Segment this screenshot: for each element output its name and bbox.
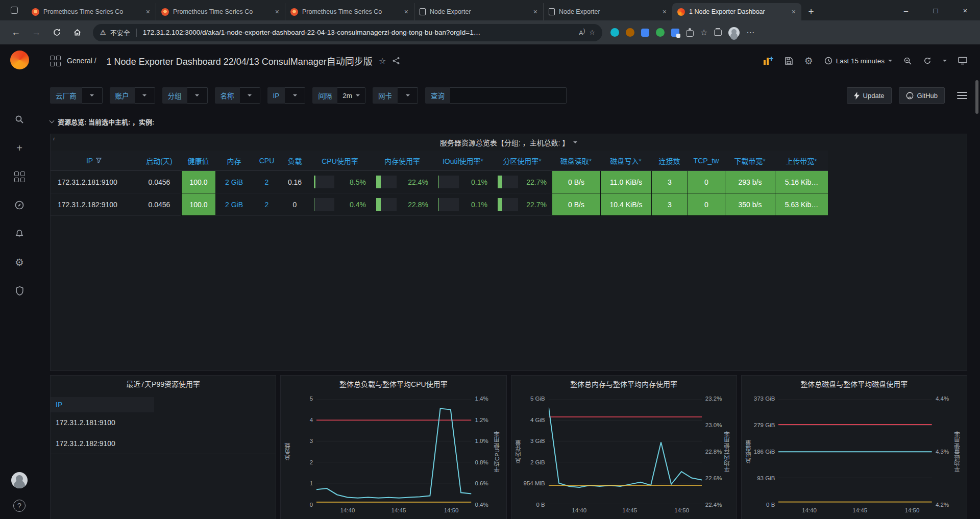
new-tab-button[interactable]: + <box>803 4 819 19</box>
browser-tab[interactable]: Prometheus Time Series Co× <box>285 3 414 20</box>
column-header[interactable]: 负载 <box>281 151 309 170</box>
browser-tab[interactable]: Prometheus Time Series Co× <box>156 3 285 20</box>
tab-close-icon[interactable]: × <box>532 8 539 16</box>
refresh-dashboard-icon[interactable] <box>923 57 932 65</box>
collections-icon[interactable] <box>714 30 722 36</box>
chart-plot[interactable]: 14:4014:4514:50 <box>778 399 932 504</box>
column-header[interactable]: 健康值 <box>181 151 215 170</box>
browser-menu-icon[interactable]: ⋯ <box>746 28 754 37</box>
tab-close-icon[interactable]: × <box>403 8 410 16</box>
column-header[interactable]: 连接数 <box>651 151 688 170</box>
variable-picker[interactable] <box>240 87 260 104</box>
dashboard-settings-icon[interactable]: ⚙ <box>804 55 813 67</box>
apps-grid-icon[interactable] <box>50 56 61 66</box>
variable-picker[interactable] <box>285 87 305 104</box>
share-icon[interactable] <box>392 57 400 65</box>
dashboards-icon[interactable] <box>14 171 25 182</box>
tab-close-icon[interactable]: × <box>144 8 152 16</box>
bar-gauge-value: 22.8% <box>401 201 428 209</box>
extension-icon-bronze[interactable] <box>626 28 634 37</box>
variable-picker[interactable] <box>398 87 418 104</box>
column-header[interactable]: TCP_tw <box>688 151 725 170</box>
cell-cpu[interactable]: 2 <box>253 171 281 193</box>
add-panel-icon[interactable] <box>763 56 773 65</box>
panel-menu-icon[interactable] <box>957 92 967 99</box>
tab-close-icon[interactable]: × <box>790 8 797 16</box>
column-header[interactable]: 磁盘写入* <box>600 151 651 170</box>
time-range-picker[interactable]: Last 15 minutes <box>824 57 892 65</box>
row-toggle-overview[interactable]: 资源总览: 当前选中主机: ，实例: <box>50 117 967 127</box>
profile-avatar[interactable] <box>728 27 740 38</box>
column-header[interactable]: 内存 <box>215 151 253 170</box>
alerting-bell-icon[interactable] <box>14 228 25 239</box>
column-header[interactable]: 下载带宽* <box>725 151 775 170</box>
column-header[interactable]: 内存使用率 <box>371 151 433 170</box>
settings-gear-icon[interactable]: ⚙ <box>14 257 25 268</box>
favorites-icon[interactable]: ☆ <box>700 28 707 37</box>
refresh-button[interactable] <box>48 24 65 41</box>
panel-info-icon[interactable]: i <box>53 135 55 141</box>
scrollbar-thumb[interactable] <box>975 80 978 114</box>
forward-button[interactable]: → <box>28 24 45 41</box>
column-header[interactable]: IP <box>51 151 137 170</box>
minimize-button[interactable]: – <box>891 0 921 20</box>
maximize-button[interactable]: □ <box>921 0 950 20</box>
browser-tab[interactable]: Prometheus Time Series Co× <box>27 3 156 20</box>
help-icon[interactable]: ? <box>13 500 26 512</box>
close-button[interactable]: × <box>950 0 980 20</box>
admin-shield-icon[interactable] <box>14 285 25 296</box>
column-header[interactable]: 磁盘读取* <box>552 151 600 170</box>
search-icon[interactable] <box>14 114 25 125</box>
tab-close-icon[interactable]: × <box>274 8 281 16</box>
variable-picker[interactable] <box>82 87 103 104</box>
extension-icon-green[interactable] <box>656 28 665 37</box>
github-button[interactable]: GitHub <box>899 87 945 104</box>
chart-plot[interactable]: 14:4014:4514:50 <box>316 399 471 504</box>
cell-mem[interactable]: 2 GiB <box>215 193 253 216</box>
browser-tab[interactable]: Node Exporter× <box>543 3 672 20</box>
breadcrumb[interactable]: General / <box>67 57 96 65</box>
cell-cpu_use: 0.4% <box>309 193 371 216</box>
query-input[interactable] <box>450 87 567 104</box>
extensions-puzzle-icon[interactable] <box>686 30 694 37</box>
star-icon[interactable]: ☆ <box>379 56 386 66</box>
zoom-out-icon[interactable] <box>903 57 912 65</box>
update-button[interactable]: Update <box>847 87 892 104</box>
variable-picker[interactable] <box>135 87 155 104</box>
tab-actions-icon[interactable] <box>4 2 24 18</box>
extension-icon-blue-square[interactable] <box>641 29 649 37</box>
column-header[interactable]: 启动(天) <box>137 151 181 170</box>
column-header[interactable]: IOutil使用率* <box>433 151 493 170</box>
cell-cpu[interactable]: 2 <box>253 193 281 216</box>
tab-close-icon[interactable]: × <box>661 8 668 16</box>
column-header[interactable]: 分区使用率* <box>493 151 552 170</box>
browser-tab[interactable]: Node Exporter× <box>414 3 543 20</box>
column-header[interactable]: 上传带宽* <box>775 151 828 170</box>
variable-picker[interactable] <box>187 87 208 104</box>
read-aloud-icon[interactable]: A) <box>579 28 585 37</box>
p99-row[interactable]: 172.31.2.182:9100 <box>51 433 276 454</box>
extension-icon-globe[interactable] <box>610 28 619 37</box>
panel-title-bar[interactable]: 服务器资源总览表【分组: ，主机总数: 】 <box>51 134 967 151</box>
back-button[interactable]: ← <box>7 24 24 41</box>
column-header[interactable]: CPU使用率 <box>309 151 371 170</box>
browser-tab[interactable]: 1 Node Exporter Dashboar× <box>672 3 801 20</box>
cell-mem[interactable]: 2 GiB <box>215 171 253 193</box>
refresh-interval-chevron-icon[interactable] <box>943 60 947 62</box>
grafana-logo[interactable] <box>10 51 29 69</box>
create-plus-icon[interactable]: + <box>14 142 25 154</box>
address-bar[interactable]: ⚠ 不安全 172.31.2.102:3000/d/aka/1-node-exp… <box>93 24 602 41</box>
p99-row[interactable]: 172.31.2.181:9100 <box>51 412 276 433</box>
translate-icon[interactable] <box>671 29 679 37</box>
kiosk-monitor-icon[interactable] <box>958 57 967 65</box>
column-header[interactable]: CPU <box>253 151 281 170</box>
user-avatar[interactable] <box>11 472 28 488</box>
variable-picker[interactable]: 2m <box>337 87 365 104</box>
explore-compass-icon[interactable] <box>14 200 25 211</box>
filter-icon[interactable] <box>96 158 102 163</box>
chart-plot[interactable]: 14:4014:4514:50 <box>549 399 702 504</box>
save-icon[interactable] <box>785 57 793 65</box>
favorite-star-icon[interactable]: ☆ <box>589 29 595 36</box>
column-header-ip[interactable]: IP <box>51 397 154 412</box>
home-button[interactable] <box>68 24 86 41</box>
